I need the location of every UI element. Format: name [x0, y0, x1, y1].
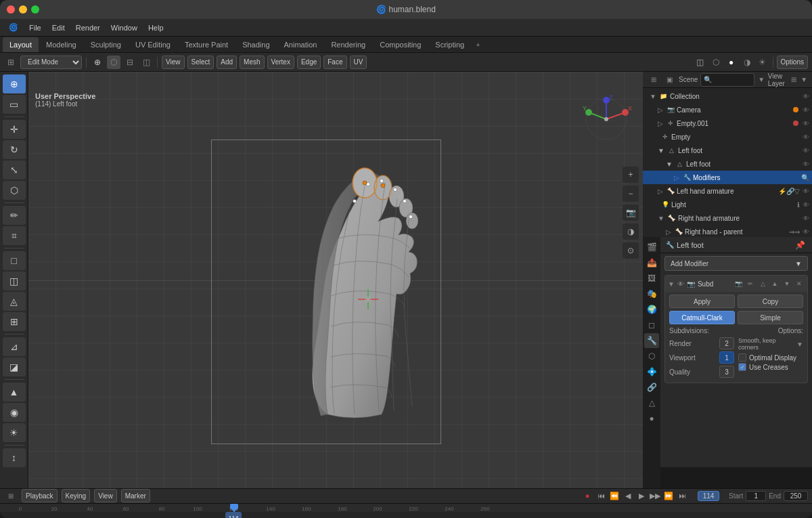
simple-btn[interactable]: Simple	[738, 311, 803, 324]
modifiers-search[interactable]: 🔍	[801, 174, 809, 181]
prev-frame-btn[interactable]: ◀	[622, 490, 634, 502]
tool-inset[interactable]: ◫	[3, 272, 26, 290]
tab-sculpting[interactable]: Sculpting	[84, 37, 128, 52]
zoom-in-widget[interactable]: +	[623, 167, 639, 183]
mod-eye-icon[interactable]: 👁	[677, 280, 684, 288]
menu-help[interactable]: Help	[143, 22, 168, 33]
jump-end-btn[interactable]: ⏭	[676, 490, 688, 502]
viewport-value[interactable]: 1	[719, 351, 734, 364]
righthand-vis[interactable]: 👁	[803, 215, 809, 222]
jump-start-btn[interactable]: ⏮	[595, 490, 607, 502]
prop-output-icon[interactable]: 📤	[644, 255, 659, 270]
transform-cursor-icon[interactable]: ⊕	[91, 56, 104, 69]
prop-object-icon[interactable]: ◻	[644, 318, 659, 332]
overlays-widget[interactable]: ⊙	[623, 242, 639, 259]
tool-transform[interactable]: ⬡	[3, 181, 26, 200]
pin-icon[interactable]: 📌	[793, 238, 807, 252]
tool-scale[interactable]: ⤡	[3, 160, 26, 179]
empty-vis[interactable]: 👁	[803, 133, 809, 141]
prop-material-icon[interactable]: ●	[644, 411, 659, 426]
tool-select-box[interactable]: ▭	[3, 95, 26, 114]
light-vis[interactable]: 👁	[803, 201, 809, 209]
prop-scene-icon[interactable]: 🎭	[644, 286, 659, 301]
menu-render[interactable]: Render	[71, 22, 105, 33]
menu-edit[interactable]: Edit	[47, 22, 70, 33]
tree-collection[interactable]: ▼ 📁 Collection 👁	[643, 89, 812, 103]
outliner-icon-2[interactable]: ▣	[662, 73, 676, 87]
catmull-clark-btn[interactable]: Catmull-Clark	[669, 311, 735, 324]
mesh-select-verts[interactable]: ⬡	[107, 56, 120, 69]
keying-menu[interactable]: Keying	[62, 489, 91, 502]
prop-render-icon[interactable]: 🎬	[644, 240, 659, 255]
apply-btn[interactable]: Apply	[669, 295, 735, 308]
tree-leftfoot-parent[interactable]: ▼ △ Left foot 👁	[643, 144, 812, 157]
record-btn[interactable]: ●	[581, 490, 593, 502]
creases-checkbox[interactable]: ✓	[738, 363, 746, 371]
leftfoot-child-vis[interactable]: 👁	[803, 160, 809, 168]
prop-constraints-icon[interactable]: 🔗	[644, 380, 659, 395]
mesh-select-faces[interactable]: ◫	[139, 56, 153, 69]
menu-window[interactable]: Window	[106, 22, 142, 33]
prop-physics-icon[interactable]: 💠	[644, 364, 659, 379]
prop-modifier-icon[interactable]: 🔧	[644, 333, 659, 348]
header-edge-menu[interactable]: Edge	[297, 56, 321, 69]
tool-extrude[interactable]: ▲	[3, 383, 26, 402]
play-btn[interactable]: ▶	[635, 490, 648, 502]
leftfoot-vis[interactable]: 👁	[803, 147, 809, 154]
tab-uv-editing[interactable]: UV Editing	[129, 37, 177, 52]
tree-empty[interactable]: ✛ Empty 👁	[643, 130, 812, 144]
tool-knife[interactable]: ⊿	[3, 337, 26, 356]
tool-measure[interactable]: ⌗	[3, 226, 26, 245]
tree-leftfoot-child[interactable]: ▼ △ Left foot 👁	[643, 157, 812, 171]
add-workspace-tab[interactable]: +	[472, 39, 484, 50]
mod-edit-icon[interactable]: ✏	[745, 278, 756, 289]
tool-shrink[interactable]: ☀	[3, 423, 26, 442]
shading-looksdev[interactable]: ◑	[740, 56, 754, 69]
timeline-header-icon[interactable]: ⊞	[4, 489, 18, 502]
mod-move-up[interactable]: ▲	[769, 278, 780, 289]
header-view-menu[interactable]: View	[162, 56, 185, 69]
close-button[interactable]	[7, 5, 15, 14]
viewport-header-icon[interactable]: ⊞	[4, 56, 18, 69]
tool-move-arrows[interactable]: ↕	[3, 448, 26, 467]
jump-prev-btn[interactable]: ⏪	[608, 490, 621, 502]
mesh-select-edges[interactable]: ⊟	[123, 56, 137, 69]
menu-file[interactable]: File	[24, 22, 46, 33]
start-value[interactable]: 1	[746, 491, 766, 501]
tab-layout[interactable]: Layout	[3, 37, 39, 52]
mod-render-icon[interactable]: 📷	[733, 278, 744, 289]
current-frame[interactable]: 114	[698, 491, 719, 501]
prop-data-icon[interactable]: △	[644, 395, 659, 410]
optimal-checkbox[interactable]	[738, 353, 746, 362]
mod-close[interactable]: ✕	[794, 278, 805, 289]
render-value[interactable]: 2	[719, 337, 734, 349]
view-layer-icon[interactable]: ⊞	[790, 73, 797, 87]
copy-btn[interactable]: Copy	[738, 295, 803, 308]
timeline-track[interactable]: 0 20 40 60 80 100 120 140 160 180 200 22…	[0, 504, 812, 518]
camera-vis[interactable]: 👁	[803, 106, 809, 114]
tab-shading[interactable]: Shading	[235, 37, 276, 52]
outliner-icon-1[interactable]: ⊞	[647, 73, 660, 87]
mod-cage-icon[interactable]: △	[757, 278, 768, 289]
tab-modeling[interactable]: Modeling	[39, 37, 83, 52]
lefthand-vis[interactable]: 👁	[803, 188, 809, 195]
tree-light[interactable]: 💡 Light ℹ 👁	[643, 198, 812, 211]
view-menu[interactable]: View	[94, 489, 117, 502]
collection-vis[interactable]: 👁	[803, 93, 809, 100]
header-uv-menu[interactable]: UV	[350, 56, 367, 69]
outliner-search[interactable]	[700, 73, 754, 87]
tree-righthand-parent[interactable]: ▷ 🦴 Right hand - parent ⇒⇒ 👁	[643, 225, 812, 237]
jump-next-btn[interactable]: ⏩	[662, 490, 675, 502]
shading-wire[interactable]: ⬡	[709, 56, 723, 69]
render-preview-widget[interactable]: ◑	[623, 223, 639, 240]
mod-move-down[interactable]: ▼	[782, 278, 792, 289]
tool-smooth[interactable]: ◉	[3, 403, 26, 422]
view-camera-widget[interactable]: 📷	[623, 204, 639, 221]
header-vertex-menu[interactable]: Vertex	[267, 56, 294, 69]
tool-move[interactable]: ✛	[3, 120, 26, 139]
add-modifier-btn[interactable]: Add Modifier ▼	[664, 256, 808, 271]
header-select-menu[interactable]: Select	[187, 56, 215, 69]
tree-righthand[interactable]: ▼ 🦴 Right hand armature 👁	[643, 211, 812, 225]
filter-icon[interactable]: ▼	[757, 73, 765, 87]
tab-scripting[interactable]: Scripting	[428, 37, 471, 52]
